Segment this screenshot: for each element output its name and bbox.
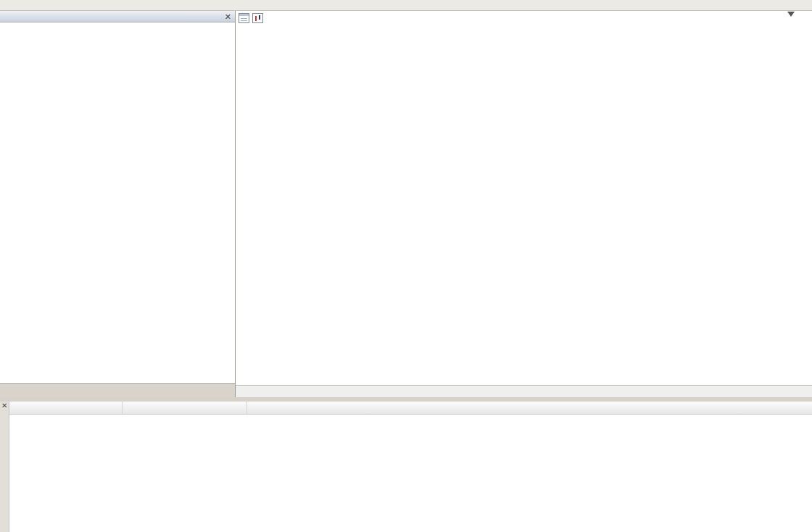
- navigator-tree: [0, 22, 235, 383]
- navigator-titlebar: ✕: [0, 11, 235, 22]
- candle-chart-icon: [252, 13, 263, 23]
- navigator-tabs: [0, 383, 235, 397]
- chart-area[interactable]: [236, 11, 812, 397]
- timeframe-toolbar: [0, 0, 812, 11]
- mt5-window: ✕ ✕: [0, 0, 812, 532]
- price-shift-marker-icon: [787, 12, 795, 17]
- close-journal-button[interactable]: ✕: [1, 402, 7, 410]
- column-mensaje: [247, 402, 812, 414]
- chart-header: [239, 13, 266, 23]
- column-fuente: [123, 402, 247, 414]
- chart-data-window-icon: [239, 13, 249, 23]
- time-axis[interactable]: [236, 385, 812, 397]
- journal-header: [9, 402, 812, 415]
- column-fecha-hora: [9, 402, 123, 414]
- journal-side-strip: ✕: [0, 402, 9, 532]
- navigator-panel: ✕: [0, 11, 236, 397]
- candlestick-canvas[interactable]: [236, 11, 779, 373]
- journal-panel: ✕: [0, 397, 812, 532]
- close-navigator-button[interactable]: ✕: [225, 13, 231, 20]
